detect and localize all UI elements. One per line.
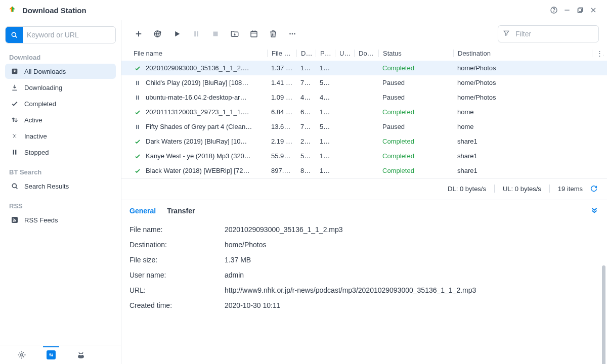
- detail-label-user: User name:: [129, 271, 225, 279]
- col-download-speed[interactable]: Do…: [354, 50, 378, 57]
- cell-destination: share1: [453, 152, 592, 160]
- minimize-button[interactable]: [560, 4, 574, 17]
- cell-status: Paused: [378, 123, 453, 130]
- cell-destination: home: [453, 108, 592, 116]
- svg-point-7: [12, 32, 16, 36]
- sidebar-item-downloading[interactable]: Downloading: [5, 80, 116, 95]
- sidebar-item-completed[interactable]: Completed: [5, 96, 116, 111]
- check-icon: [134, 64, 142, 72]
- sidebar-item-active[interactable]: Active: [5, 112, 116, 127]
- svg-rect-22: [197, 31, 198, 37]
- app-icon: [7, 5, 17, 15]
- cell-downloaded: 7…: [296, 79, 316, 86]
- collapse-details-button[interactable]: [590, 205, 599, 216]
- resume-button[interactable]: [168, 25, 186, 42]
- filter-input[interactable]: [498, 25, 599, 42]
- col-downloaded[interactable]: D…: [296, 50, 316, 57]
- svg-rect-11: [13, 150, 14, 154]
- cell-status: Completed: [378, 64, 453, 72]
- cell-file-size: 2.19 …: [267, 138, 296, 145]
- transfer-panel-button[interactable]: [43, 346, 59, 362]
- settings-button[interactable]: [14, 347, 30, 363]
- cell-status: Completed: [378, 167, 453, 174]
- svg-point-17: [21, 353, 23, 356]
- rss-icon: [10, 215, 19, 224]
- col-menu-button[interactable]: ⋮: [592, 50, 604, 57]
- edit-button[interactable]: [245, 25, 263, 42]
- cell-progress: 1…: [316, 108, 335, 116]
- detail-value-size: 1.37 MB: [225, 256, 599, 264]
- svg-point-31: [292, 33, 293, 35]
- status-strip: DL: 0 bytes/s UL: 0 bytes/s 19 items: [121, 178, 607, 200]
- delete-button[interactable]: [264, 25, 282, 42]
- col-file-size[interactable]: File …: [267, 50, 296, 57]
- refresh-button[interactable]: [588, 183, 600, 195]
- svg-point-1: [554, 12, 554, 12]
- svg-rect-36: [138, 95, 139, 99]
- cell-downloaded: 2.…: [296, 138, 316, 145]
- col-file-name[interactable]: File name: [129, 50, 267, 57]
- pause-button[interactable]: [187, 25, 205, 42]
- cell-progress: 5…: [316, 123, 335, 130]
- detail-value-url: http://www9.nhk.or.jp/r-news/podcast/mp3…: [225, 286, 599, 294]
- sidebar-item-search-results[interactable]: Search Results: [5, 178, 116, 194]
- cell-file-size: 13.6…: [267, 123, 296, 130]
- table-row[interactable]: 20201029093000_35136_1_1_2.…1.37 …1.…1…C…: [121, 61, 607, 75]
- pause-icon: [10, 148, 19, 157]
- cell-downloaded: 5…: [296, 152, 316, 160]
- col-upload[interactable]: U…: [335, 50, 354, 57]
- tab-general[interactable]: General: [129, 207, 156, 215]
- tab-transfer[interactable]: Transfer: [167, 207, 195, 215]
- cell-downloaded: 1.…: [296, 64, 316, 72]
- check-icon: [134, 138, 142, 146]
- cell-file-size: 1.09 …: [267, 94, 296, 101]
- svg-line-14: [16, 187, 17, 189]
- sidebar-bottom-bar: [0, 345, 121, 364]
- more-button[interactable]: [283, 25, 301, 42]
- sidebar-item-label: Downloading: [24, 84, 62, 92]
- add-button[interactable]: [129, 25, 148, 42]
- downloading-icon: [10, 83, 19, 92]
- help-button[interactable]: [547, 4, 560, 17]
- add-url-button[interactable]: [149, 25, 167, 42]
- svg-point-30: [289, 33, 291, 35]
- table-row[interactable]: Kanye West - ye (2018) Mp3 (320…55.9…5…1…: [121, 149, 607, 163]
- search-icon: [10, 181, 19, 191]
- pause-icon: [134, 79, 142, 87]
- check-icon: [134, 152, 142, 160]
- table-row[interactable]: 20201113120003_29723_1_1_1.…6.84 …6.…1…C…: [121, 105, 607, 119]
- col-destination[interactable]: Destination: [453, 50, 592, 57]
- col-progress[interactable]: P…: [316, 50, 335, 57]
- sidebar: Download All Downloads Downloading Compl…: [0, 20, 121, 364]
- cell-destination: home/Photos: [453, 64, 592, 72]
- sidebar-item-stopped[interactable]: Stopped: [5, 145, 116, 160]
- search-button[interactable]: [6, 27, 23, 43]
- svg-rect-12: [15, 150, 16, 154]
- col-status[interactable]: Status: [378, 50, 453, 57]
- svg-point-16: [13, 221, 14, 222]
- table-row[interactable]: ubuntu-mate-16.04.2-desktop-ar…1.09 …4…4…: [121, 90, 607, 105]
- emule-button[interactable]: [73, 347, 89, 363]
- table-row[interactable]: Black Water (2018) [WEBRip] [72…897.…8…1…: [121, 163, 607, 178]
- stop-button[interactable]: [206, 25, 225, 42]
- maximize-button[interactable]: [574, 4, 587, 17]
- table-row[interactable]: Fifty Shades of Grey part 4 (Clean…13.6……: [121, 119, 607, 134]
- cell-progress: 4…: [316, 94, 335, 101]
- cell-progress: 1…: [316, 64, 335, 72]
- close-button[interactable]: [587, 4, 600, 17]
- svg-rect-24: [251, 32, 257, 37]
- sidebar-item-rss-feeds[interactable]: RSS Feeds: [5, 212, 116, 228]
- table-row[interactable]: Child's Play (2019) [BluRay] [108…1.41 ……: [121, 75, 607, 90]
- table-row[interactable]: Dark Waters (2019) [BluRay] [10…2.19 …2.…: [121, 134, 607, 149]
- svg-rect-3: [578, 9, 581, 12]
- detail-value-destination: home/Photos: [225, 241, 599, 249]
- sidebar-item-all-downloads[interactable]: All Downloads: [5, 64, 116, 79]
- sidebar-item-inactive[interactable]: Inactive: [5, 128, 116, 144]
- sidebar-item-label: Stopped: [24, 149, 49, 156]
- cell-file-size: 55.9…: [267, 152, 296, 160]
- open-folder-button[interactable]: [226, 25, 244, 42]
- content-area: File name File … D… P… U… Do… Status Des…: [121, 20, 607, 364]
- table-header[interactable]: File name File … D… P… U… Do… Status Des…: [121, 46, 607, 61]
- scrollbar-vertical[interactable]: [602, 73, 605, 344]
- cell-downloaded: 8…: [296, 167, 316, 174]
